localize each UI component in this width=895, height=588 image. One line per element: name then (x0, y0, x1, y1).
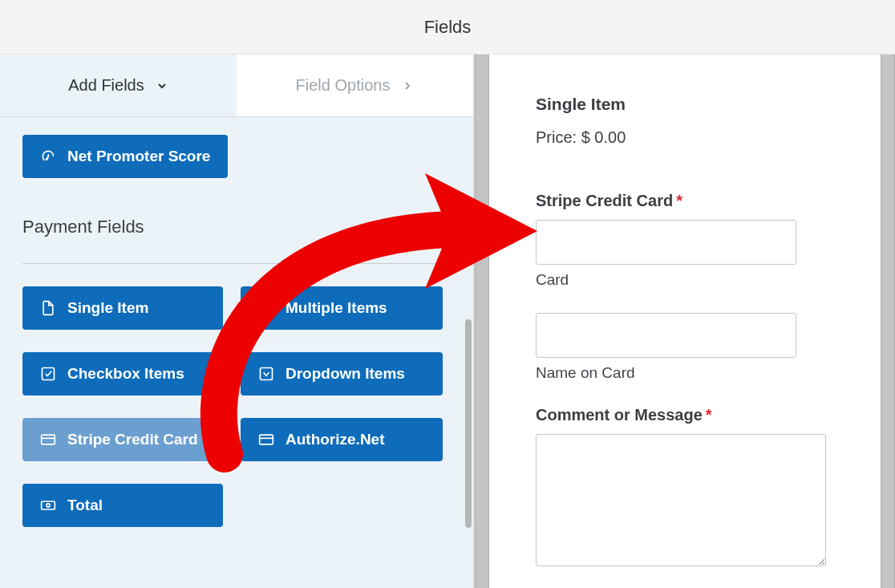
label-text: Stripe Credit Card (536, 192, 673, 209)
sidebar-tabs: Add Fields Field Options (0, 55, 473, 117)
preview-comment-field: Comment or Message* (536, 406, 848, 570)
panel-divider-right (881, 55, 895, 588)
svg-rect-8 (42, 435, 55, 444)
stripe-label: Stripe Credit Card* (536, 192, 848, 210)
name-on-card-input[interactable] (536, 313, 796, 358)
button-label: Stripe Credit Card (67, 431, 198, 448)
dropdown-icon (258, 366, 274, 382)
gauge-icon (40, 148, 56, 164)
sidebar-scrollbar-thumb[interactable] (465, 319, 472, 528)
chevron-right-icon (401, 79, 414, 92)
button-label: Checkbox Items (67, 365, 184, 383)
svg-point-2 (260, 307, 261, 309)
preview-item-title: Single Item (536, 95, 848, 114)
svg-point-0 (260, 303, 261, 305)
svg-rect-10 (260, 435, 273, 444)
credit-card-icon (40, 432, 56, 448)
page-header: Fields (0, 0, 895, 55)
field-net-promoter-score[interactable]: Net Promoter Score (22, 135, 228, 178)
field-total[interactable]: Total (22, 484, 223, 527)
money-icon (40, 497, 56, 513)
chevron-down-icon (156, 79, 168, 92)
svg-rect-12 (42, 501, 55, 509)
label-text: Comment or Message (536, 406, 703, 424)
svg-point-13 (47, 504, 50, 507)
file-icon (40, 300, 56, 316)
tab-label: Field Options (296, 76, 391, 95)
comment-label: Comment or Message* (536, 406, 848, 424)
button-label: Total (67, 497, 103, 514)
required-asterisk: * (676, 192, 682, 209)
preview-stripe-field: Stripe Credit Card* Card (536, 192, 848, 289)
main-layout: Add Fields Field Options Net Promoter Sc… (0, 55, 895, 588)
section-payment-fields-title[interactable]: Payment Fields (22, 217, 451, 237)
button-label: Single Item (67, 299, 148, 317)
form-preview: Single Item Price: $ 0.00 Stripe Credit … (489, 55, 895, 588)
tab-field-options[interactable]: Field Options (237, 55, 473, 116)
field-single-item[interactable]: Single Item (22, 286, 223, 330)
checkbox-icon (40, 366, 56, 382)
comment-textarea[interactable] (536, 434, 826, 566)
preview-name-on-card-field: Name on Card (536, 313, 848, 382)
field-multiple-items[interactable]: Multiple Items (241, 286, 443, 330)
top-field-group: Net Promoter Score (0, 117, 473, 186)
payment-fields-grid: Single Item Multiple Items Checkbox Item… (0, 264, 473, 549)
card-input[interactable] (536, 220, 796, 265)
tab-add-fields[interactable]: Add Fields (0, 55, 237, 116)
field-checkbox-items[interactable]: Checkbox Items (22, 352, 223, 395)
button-label: Multiple Items (286, 299, 387, 317)
field-dropdown-items[interactable]: Dropdown Items (241, 352, 443, 395)
tab-label: Add Fields (68, 76, 144, 95)
button-label: Net Promoter Score (67, 148, 210, 165)
fields-sidebar: Add Fields Field Options Net Promoter Sc… (0, 55, 475, 588)
svg-rect-6 (43, 368, 55, 380)
svg-point-4 (260, 311, 261, 313)
field-stripe-credit-card[interactable]: Stripe Credit Card (22, 418, 223, 461)
name-on-card-sublabel: Name on Card (536, 364, 848, 382)
required-asterisk: * (706, 406, 712, 424)
button-label: Authorize.Net (286, 431, 385, 448)
card-sublabel: Card (536, 271, 848, 289)
field-authorize-net[interactable]: Authorize.Net (241, 418, 443, 461)
preview-price: Price: $ 0.00 (536, 128, 848, 147)
list-icon (258, 300, 274, 316)
page-title: Fields (424, 17, 472, 38)
panel-divider-left (475, 55, 489, 588)
button-label: Dropdown Items (286, 365, 405, 383)
svg-rect-7 (261, 368, 273, 380)
credit-card-icon (258, 432, 274, 448)
